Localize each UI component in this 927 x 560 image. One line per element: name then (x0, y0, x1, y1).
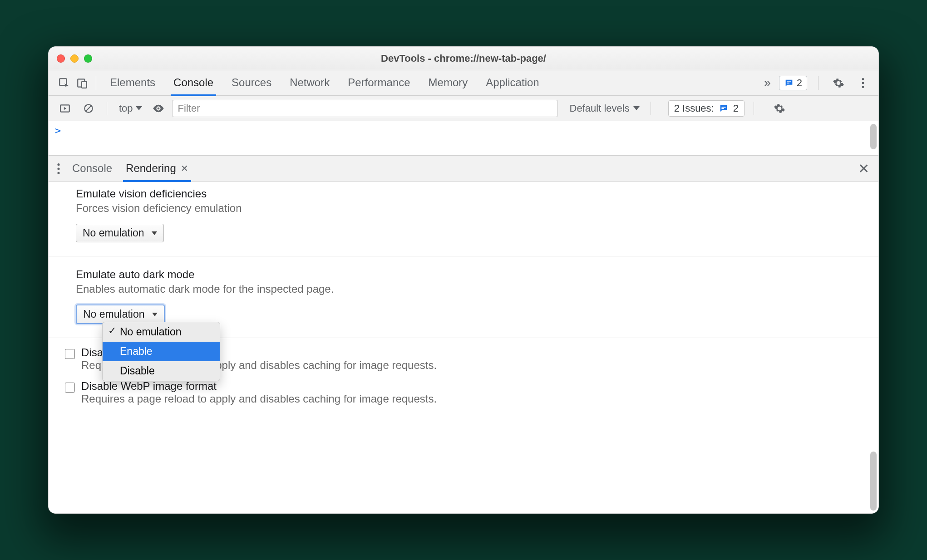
divider (96, 76, 96, 90)
messages-badge[interactable]: 2 (779, 76, 807, 90)
console-controls: top Default levels 2 Issues: 2 (49, 96, 878, 121)
disable-webp-checkbox[interactable] (65, 383, 75, 393)
svg-point-6 (862, 82, 864, 84)
drawer-tabbar: ConsoleRendering✕ ✕ (49, 156, 878, 182)
drawer-tab-rendering[interactable]: Rendering✕ (124, 157, 190, 180)
chevron-down-icon (152, 231, 157, 235)
drawer-kebab-icon[interactable] (53, 162, 64, 175)
svg-rect-4 (787, 83, 789, 84)
kebab-menu-icon[interactable] (854, 74, 872, 92)
section-desc: Enables automatic dark mode for the insp… (76, 283, 869, 295)
svg-line-10 (86, 106, 91, 111)
live-expression-icon[interactable] (149, 99, 168, 118)
console-prompt: > (55, 125, 61, 136)
traffic-lights (57, 54, 92, 63)
tab-performance[interactable]: Performance (347, 72, 411, 94)
chevron-down-icon (136, 106, 142, 110)
console-body[interactable]: > (49, 121, 878, 156)
messages-count: 2 (797, 77, 802, 89)
svg-point-14 (57, 163, 59, 166)
issues-button[interactable]: 2 Issues: 2 (668, 100, 745, 117)
checkbox-title: Disable WebP image format (81, 380, 437, 393)
close-window-button[interactable] (57, 54, 65, 63)
select-element-icon[interactable] (55, 74, 73, 92)
console-settings-gear-icon[interactable] (770, 99, 789, 118)
main-tabbar: ElementsConsoleSourcesNetworkPerformance… (49, 70, 878, 96)
drawer-close-icon[interactable]: ✕ (853, 161, 874, 177)
tab-elements[interactable]: Elements (109, 72, 156, 94)
divider (651, 102, 651, 115)
more-tabs-chevron-icon[interactable]: » (759, 76, 775, 90)
drawer-tab-label: Console (72, 162, 112, 175)
toggle-sidebar-icon[interactable] (55, 99, 75, 118)
drawer-tab-console[interactable]: Console (70, 157, 114, 180)
svg-rect-12 (721, 107, 725, 108)
chevron-down-icon (633, 106, 640, 110)
devtools-window: DevTools - chrome://new-tab-page/ Elemen… (48, 46, 879, 514)
window-titlebar: DevTools - chrome://new-tab-page/ (49, 47, 878, 70)
minimize-window-button[interactable] (70, 54, 79, 63)
settings-gear-icon[interactable] (829, 74, 848, 92)
checkbox-desc: Requires a page reload to apply and disa… (81, 393, 437, 405)
svg-rect-13 (721, 108, 724, 109)
main-tabs: ElementsConsoleSourcesNetworkPerformance… (109, 72, 540, 94)
log-levels-selector[interactable]: Default levels (568, 103, 641, 114)
select-value: No emulation (83, 308, 145, 320)
chevron-down-icon (152, 313, 158, 316)
clear-console-icon[interactable] (79, 99, 98, 118)
svg-point-15 (57, 167, 59, 170)
issues-label: 2 Issues: (674, 103, 714, 114)
drawer-tab-label: Rendering (126, 162, 176, 175)
console-filter-input[interactable] (172, 100, 558, 117)
issues-count: 2 (733, 103, 739, 114)
svg-rect-2 (82, 81, 87, 88)
dropdown-option[interactable]: No emulation (103, 322, 220, 342)
svg-point-7 (862, 86, 864, 88)
select-value: No emulation (83, 227, 144, 239)
svg-point-16 (57, 172, 59, 174)
svg-point-11 (157, 107, 159, 109)
context-label: top (119, 103, 133, 114)
tab-sources[interactable]: Sources (231, 72, 272, 94)
tab-memory[interactable]: Memory (428, 72, 469, 94)
tab-application[interactable]: Application (485, 72, 540, 94)
disable-avif-checkbox[interactable] (65, 349, 75, 359)
webp-row: Disable WebP image format Requires a pag… (57, 380, 869, 413)
section-auto-dark-mode: Emulate auto dark mode Enables automatic… (49, 256, 878, 338)
window-title: DevTools - chrome://new-tab-page/ (49, 53, 878, 64)
maximize-window-button[interactable] (84, 54, 92, 63)
tab-network[interactable]: Network (289, 72, 330, 94)
svg-point-5 (862, 78, 864, 80)
device-toolbar-icon[interactable] (73, 74, 91, 92)
section-title: Emulate vision deficiencies (76, 187, 869, 200)
vision-deficiency-select[interactable]: No emulation (76, 224, 164, 242)
auto-dark-mode-dropdown: No emulationEnableDisable (102, 322, 220, 381)
rendering-panel: Emulate vision deficiencies Forces visio… (49, 182, 878, 513)
section-vision-deficiencies: Emulate vision deficiencies Forces visio… (49, 182, 878, 256)
section-desc: Forces vision deficiency emulation (76, 202, 869, 215)
svg-rect-3 (787, 81, 791, 82)
section-title: Emulate auto dark mode (76, 268, 869, 281)
log-levels-label: Default levels (570, 103, 630, 114)
context-selector[interactable]: top (116, 103, 145, 114)
auto-dark-mode-select[interactable]: No emulation (76, 305, 165, 324)
dropdown-option[interactable]: Disable (103, 361, 220, 381)
divider (107, 102, 107, 115)
dropdown-option[interactable]: Enable (103, 342, 220, 361)
close-tab-icon[interactable]: ✕ (181, 163, 188, 174)
tab-console[interactable]: Console (173, 72, 214, 94)
divider (754, 102, 754, 115)
divider (818, 76, 819, 90)
